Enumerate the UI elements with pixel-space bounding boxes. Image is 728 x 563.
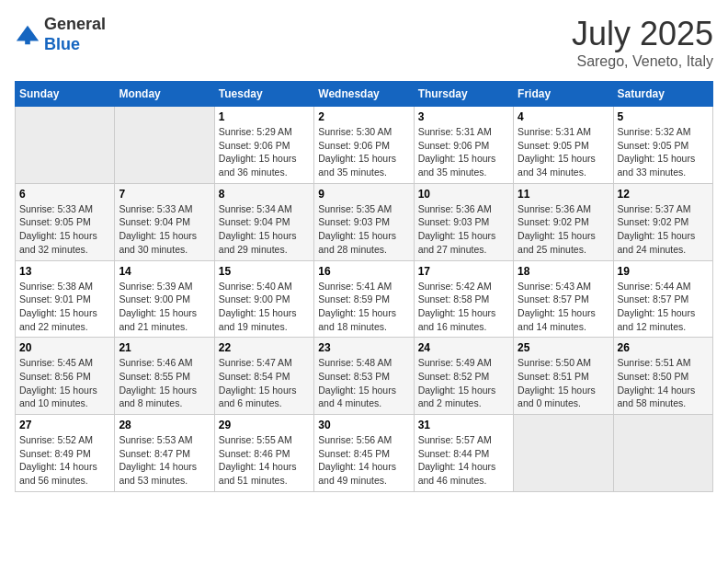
day-number: 10	[418, 188, 509, 201]
page-header: General Blue July 2025 Sarego, Veneto, I…	[15, 15, 713, 70]
weekday-header-cell: Friday	[514, 82, 613, 107]
day-number: 4	[518, 110, 609, 123]
calendar-day-cell: 11Sunrise: 5:36 AM Sunset: 9:02 PM Dayli…	[514, 183, 613, 260]
calendar-week-row: 13Sunrise: 5:38 AM Sunset: 9:01 PM Dayli…	[16, 260, 713, 338]
day-number: 16	[318, 265, 409, 278]
day-info: Sunrise: 5:45 AM Sunset: 8:56 PM Dayligh…	[19, 356, 110, 410]
svg-rect-1	[25, 37, 30, 43]
calendar-day-cell: 17Sunrise: 5:42 AM Sunset: 8:58 PM Dayli…	[414, 260, 513, 338]
calendar-day-cell: 4Sunrise: 5:31 AM Sunset: 9:05 PM Daylig…	[514, 107, 613, 184]
calendar-day-cell	[16, 107, 115, 184]
day-number: 17	[418, 265, 509, 278]
day-info: Sunrise: 5:32 AM Sunset: 9:05 PM Dayligh…	[618, 125, 709, 179]
calendar-day-cell: 7Sunrise: 5:33 AM Sunset: 9:04 PM Daylig…	[115, 183, 214, 260]
day-number: 14	[119, 265, 210, 278]
calendar-day-cell: 26Sunrise: 5:51 AM Sunset: 8:50 PM Dayli…	[613, 338, 712, 415]
day-info: Sunrise: 5:50 AM Sunset: 8:51 PM Dayligh…	[518, 356, 609, 410]
day-number: 6	[19, 188, 110, 201]
weekday-header-cell: Saturday	[613, 82, 712, 107]
day-number: 29	[219, 419, 310, 431]
calendar-table: SundayMondayTuesdayWednesdayThursdayFrid…	[15, 81, 713, 492]
calendar-day-cell: 24Sunrise: 5:49 AM Sunset: 8:52 PM Dayli…	[414, 338, 513, 415]
weekday-header-cell: Tuesday	[214, 82, 313, 107]
day-number: 27	[19, 419, 110, 431]
day-info: Sunrise: 5:40 AM Sunset: 9:00 PM Dayligh…	[219, 280, 310, 334]
calendar-day-cell	[514, 415, 613, 492]
day-info: Sunrise: 5:53 AM Sunset: 8:47 PM Dayligh…	[119, 433, 210, 488]
day-info: Sunrise: 5:35 AM Sunset: 9:03 PM Dayligh…	[318, 202, 409, 257]
calendar-week-row: 6Sunrise: 5:33 AM Sunset: 9:05 PM Daylig…	[16, 183, 713, 260]
calendar-week-row: 20Sunrise: 5:45 AM Sunset: 8:56 PM Dayli…	[16, 338, 713, 415]
day-info: Sunrise: 5:51 AM Sunset: 8:50 PM Dayligh…	[618, 356, 709, 410]
calendar-week-row: 27Sunrise: 5:52 AM Sunset: 8:49 PM Dayli…	[16, 415, 713, 492]
day-number: 26	[618, 341, 709, 354]
day-number: 2	[318, 110, 409, 123]
day-number: 3	[418, 110, 509, 123]
calendar-day-cell: 14Sunrise: 5:39 AM Sunset: 9:00 PM Dayli…	[115, 260, 214, 338]
day-info: Sunrise: 5:31 AM Sunset: 9:05 PM Dayligh…	[518, 125, 609, 179]
weekday-header-row: SundayMondayTuesdayWednesdayThursdayFrid…	[16, 82, 713, 107]
calendar-day-cell: 18Sunrise: 5:43 AM Sunset: 8:57 PM Dayli…	[514, 260, 613, 338]
day-number: 11	[518, 188, 609, 201]
day-info: Sunrise: 5:36 AM Sunset: 9:02 PM Dayligh…	[518, 202, 609, 257]
weekday-header-cell: Monday	[115, 82, 214, 107]
day-number: 13	[19, 265, 110, 278]
calendar-body: 1Sunrise: 5:29 AM Sunset: 9:06 PM Daylig…	[16, 107, 713, 492]
calendar-day-cell: 9Sunrise: 5:35 AM Sunset: 9:03 PM Daylig…	[314, 183, 414, 260]
day-info: Sunrise: 5:41 AM Sunset: 8:59 PM Dayligh…	[318, 280, 409, 334]
day-info: Sunrise: 5:34 AM Sunset: 9:04 PM Dayligh…	[219, 202, 310, 257]
day-info: Sunrise: 5:33 AM Sunset: 9:04 PM Dayligh…	[119, 202, 210, 257]
day-info: Sunrise: 5:57 AM Sunset: 8:44 PM Dayligh…	[418, 433, 509, 488]
calendar-day-cell: 31Sunrise: 5:57 AM Sunset: 8:44 PM Dayli…	[414, 415, 513, 492]
day-number: 1	[219, 110, 310, 123]
day-info: Sunrise: 5:36 AM Sunset: 9:03 PM Dayligh…	[418, 202, 509, 257]
day-number: 9	[318, 188, 409, 201]
logo-text: General Blue	[44, 15, 106, 54]
location-subtitle: Sarego, Veneto, Italy	[572, 53, 713, 70]
calendar-week-row: 1Sunrise: 5:29 AM Sunset: 9:06 PM Daylig…	[16, 107, 713, 184]
day-number: 5	[618, 110, 709, 123]
day-info: Sunrise: 5:43 AM Sunset: 8:57 PM Dayligh…	[518, 280, 609, 334]
calendar-day-cell: 10Sunrise: 5:36 AM Sunset: 9:03 PM Dayli…	[414, 183, 513, 260]
day-info: Sunrise: 5:29 AM Sunset: 9:06 PM Dayligh…	[219, 125, 310, 179]
day-number: 20	[19, 341, 110, 354]
calendar-day-cell: 23Sunrise: 5:48 AM Sunset: 8:53 PM Dayli…	[314, 338, 414, 415]
day-info: Sunrise: 5:37 AM Sunset: 9:02 PM Dayligh…	[618, 202, 709, 257]
day-number: 15	[219, 265, 310, 278]
day-info: Sunrise: 5:52 AM Sunset: 8:49 PM Dayligh…	[19, 433, 110, 488]
day-info: Sunrise: 5:38 AM Sunset: 9:01 PM Dayligh…	[19, 280, 110, 334]
day-number: 25	[518, 341, 609, 354]
logo: General Blue	[15, 15, 106, 54]
logo-icon	[15, 22, 40, 48]
calendar-day-cell: 5Sunrise: 5:32 AM Sunset: 9:05 PM Daylig…	[613, 107, 712, 184]
day-number: 30	[318, 419, 409, 431]
calendar-day-cell: 28Sunrise: 5:53 AM Sunset: 8:47 PM Dayli…	[115, 415, 214, 492]
calendar-day-cell: 13Sunrise: 5:38 AM Sunset: 9:01 PM Dayli…	[16, 260, 115, 338]
calendar-day-cell: 30Sunrise: 5:56 AM Sunset: 8:45 PM Dayli…	[314, 415, 414, 492]
calendar-day-cell: 27Sunrise: 5:52 AM Sunset: 8:49 PM Dayli…	[16, 415, 115, 492]
day-info: Sunrise: 5:47 AM Sunset: 8:54 PM Dayligh…	[219, 356, 310, 410]
day-info: Sunrise: 5:30 AM Sunset: 9:06 PM Dayligh…	[318, 125, 409, 179]
day-number: 12	[618, 188, 709, 201]
calendar-day-cell: 19Sunrise: 5:44 AM Sunset: 8:57 PM Dayli…	[613, 260, 712, 338]
calendar-day-cell: 16Sunrise: 5:41 AM Sunset: 8:59 PM Dayli…	[314, 260, 414, 338]
calendar-day-cell	[613, 415, 712, 492]
calendar-day-cell: 12Sunrise: 5:37 AM Sunset: 9:02 PM Dayli…	[613, 183, 712, 260]
calendar-day-cell: 22Sunrise: 5:47 AM Sunset: 8:54 PM Dayli…	[214, 338, 313, 415]
calendar-day-cell	[115, 107, 214, 184]
day-number: 23	[318, 341, 409, 354]
calendar-day-cell: 6Sunrise: 5:33 AM Sunset: 9:05 PM Daylig…	[16, 183, 115, 260]
day-number: 22	[219, 341, 310, 354]
day-number: 19	[618, 265, 709, 278]
calendar-day-cell: 25Sunrise: 5:50 AM Sunset: 8:51 PM Dayli…	[514, 338, 613, 415]
day-number: 8	[219, 188, 310, 201]
calendar-day-cell: 1Sunrise: 5:29 AM Sunset: 9:06 PM Daylig…	[214, 107, 313, 184]
calendar-day-cell: 8Sunrise: 5:34 AM Sunset: 9:04 PM Daylig…	[214, 183, 313, 260]
calendar-day-cell: 3Sunrise: 5:31 AM Sunset: 9:06 PM Daylig…	[414, 107, 513, 184]
day-number: 7	[119, 188, 210, 201]
weekday-header-cell: Sunday	[16, 82, 115, 107]
day-info: Sunrise: 5:33 AM Sunset: 9:05 PM Dayligh…	[19, 202, 110, 257]
day-info: Sunrise: 5:42 AM Sunset: 8:58 PM Dayligh…	[418, 280, 509, 334]
day-info: Sunrise: 5:56 AM Sunset: 8:45 PM Dayligh…	[318, 433, 409, 488]
day-info: Sunrise: 5:46 AM Sunset: 8:55 PM Dayligh…	[119, 356, 210, 410]
